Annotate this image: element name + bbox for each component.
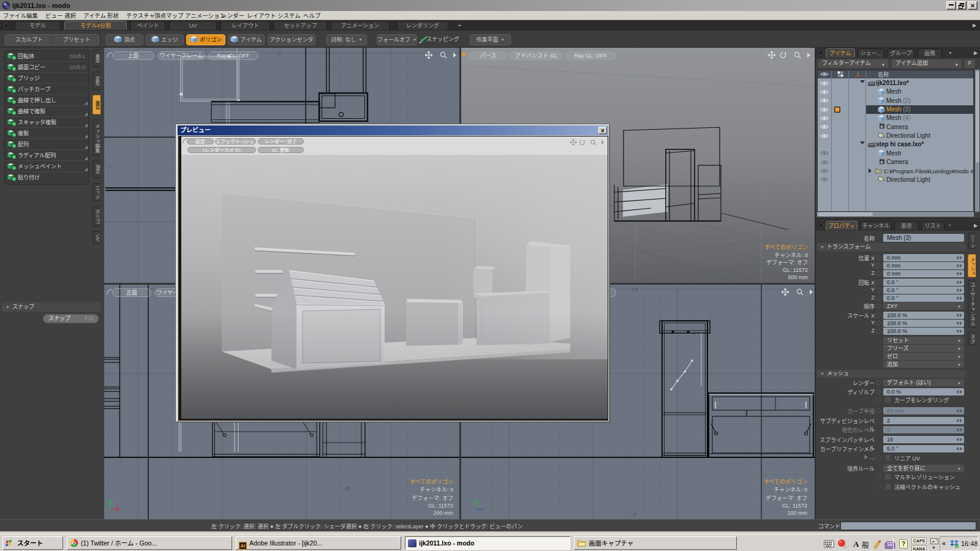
svg-text:GL: 11572: GL: 11572 [782, 503, 807, 509]
svg-text:-Y: -Y [631, 512, 637, 518]
svg-text:GL: 11572: GL: 11572 [428, 503, 453, 509]
svg-text:200 mm: 200 mm [787, 510, 807, 516]
svg-text:-Y: -Y [344, 485, 350, 492]
svg-text:すべてのポリゴン: すべてのポリゴン [764, 244, 808, 250]
svg-text:チャンネル: 0: チャンネル: 0 [420, 487, 453, 493]
svg-text:200 mm: 200 mm [433, 510, 453, 516]
svg-text:チャンネル: 0: チャンネル: 0 [774, 487, 807, 493]
svg-text:500 mm: 500 mm [788, 274, 808, 280]
svg-text:GL: 11572: GL: 11572 [783, 267, 808, 273]
svg-text:チャンネル: 0: チャンネル: 0 [774, 252, 808, 258]
svg-text:デフォーマ: オフ: デフォーマ: オフ [766, 495, 807, 501]
svg-text:すべてのポリゴン: すべてのポリゴン [410, 478, 453, 485]
svg-text:-X: -X [106, 163, 111, 170]
svg-text:すべてのポリゴン: すべてのポリゴン [764, 478, 807, 485]
svg-text:デフォーマ: オフ: デフォーマ: オフ [412, 495, 453, 501]
svg-text:+Y: +Y [631, 287, 638, 293]
svg-text:デフォーマ: オフ: デフォーマ: オフ [766, 259, 808, 266]
svg-text:-Z: -Z [276, 50, 282, 56]
